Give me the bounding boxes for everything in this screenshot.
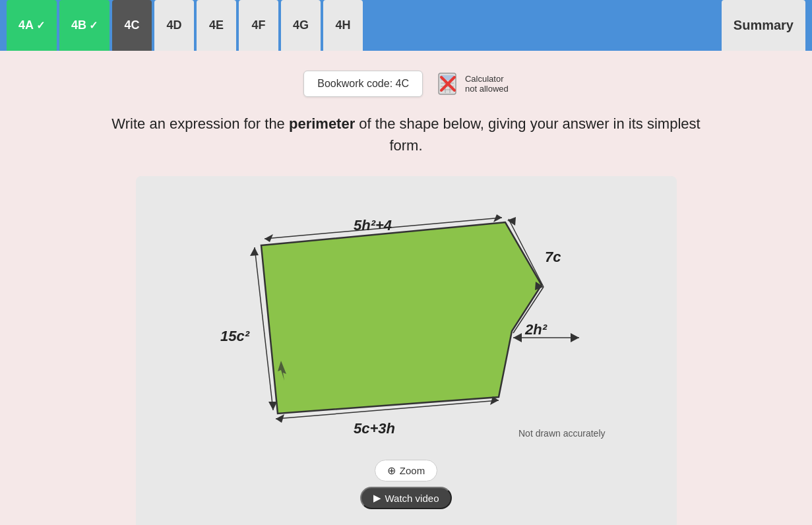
svg-marker-20 — [513, 333, 522, 342]
tab-4c-label: 4C — [125, 18, 140, 32]
svg-text:2h²: 2h² — [524, 321, 547, 338]
tab-4b[interactable]: 4B ✓ — [59, 0, 109, 51]
main-content: Bookwork code: 4C — [0, 51, 812, 525]
tab-4g[interactable]: 4G — [281, 0, 321, 51]
tab-4a-check: ✓ — [36, 19, 45, 32]
bookwork-row: Bookwork code: 4C — [303, 71, 509, 97]
question-bold-word: perimeter — [289, 115, 355, 132]
tab-summary-label: Summary — [734, 18, 794, 33]
svg-marker-21 — [571, 333, 579, 342]
zoom-icon: ⊕ — [387, 464, 396, 477]
svg-text:5c+3h: 5c+3h — [354, 420, 395, 437]
calculator-line2: not allowed — [465, 84, 509, 94]
zoom-label: Zoom — [400, 465, 425, 476]
shape-container: 5h²+4 7c 2h² 15c² — [136, 176, 677, 525]
tab-4c[interactable]: 4C — [112, 0, 152, 51]
tab-4e[interactable]: 4E — [197, 0, 236, 51]
question-text-before: Write an expression for the — [111, 115, 289, 132]
watch-label: Watch video — [385, 493, 439, 504]
tab-4d-label: 4D — [167, 18, 182, 32]
question-text: Write an expression for the perimeter of… — [109, 113, 703, 156]
svg-marker-24 — [250, 247, 259, 256]
calculator-not-allowed-icon — [436, 72, 460, 96]
tab-4g-label: 4G — [293, 18, 309, 32]
calculator-status-text: Calculator not allowed — [465, 74, 509, 94]
svg-text:7c: 7c — [545, 249, 561, 265]
question-text-after: of the shape below, giving your answer i… — [355, 115, 700, 154]
tab-4f[interactable]: 4F — [239, 0, 278, 51]
svg-marker-25 — [268, 402, 277, 410]
shape-svg: 5h²+4 7c 2h² 15c² — [175, 202, 637, 447]
play-icon: ▶ — [373, 492, 381, 504]
zoom-button[interactable]: ⊕ Zoom — [375, 460, 437, 481]
calculator-badge: Calculator not allowed — [436, 72, 509, 96]
tab-4b-label: 4B — [71, 18, 86, 32]
svg-text:5h²+4: 5h²+4 — [354, 217, 392, 233]
tab-4e-label: 4E — [209, 18, 224, 32]
calculator-line1: Calculator — [465, 74, 509, 84]
top-navigation: 4A ✓ 4B ✓ 4C 4D 4E 4F 4G 4H Summary — [0, 0, 812, 51]
watch-video-button[interactable]: ▶ Watch video — [360, 487, 453, 509]
bookwork-code-label: Bookwork code: 4C — [303, 71, 423, 97]
tab-summary[interactable]: Summary — [722, 0, 805, 51]
svg-text:Not drawn accurately: Not drawn accurately — [518, 428, 606, 439]
svg-marker-9 — [261, 222, 542, 414]
tab-4f-label: 4F — [252, 18, 266, 32]
bottom-buttons: ⊕ Zoom ▶ Watch video — [360, 460, 453, 509]
tab-4h[interactable]: 4H — [323, 0, 363, 51]
tab-4d[interactable]: 4D — [154, 0, 194, 51]
tab-4a[interactable]: 4A ✓ — [7, 0, 57, 51]
svg-text:15c²: 15c² — [220, 328, 250, 344]
tab-4b-check: ✓ — [89, 19, 98, 32]
tab-4a-label: 4A — [18, 18, 34, 32]
tab-4h-label: 4H — [336, 18, 351, 32]
